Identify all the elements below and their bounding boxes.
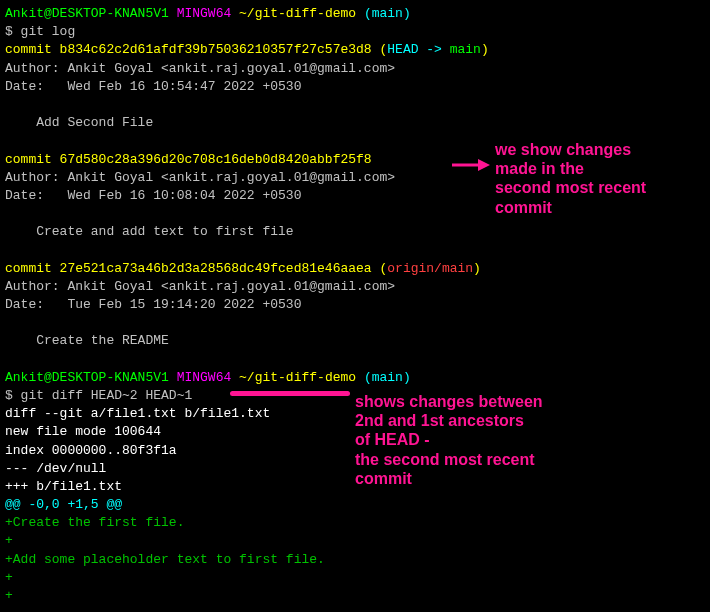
diff-add: + [5, 587, 705, 605]
command-line: $ git log [5, 23, 705, 41]
mingw-label: MINGW64 [177, 6, 232, 21]
annotation-text: we show changes made in the second most … [495, 140, 646, 217]
commit-msg: Create and add text to first file [5, 223, 705, 241]
terminal-output[interactable]: Ankit@DESKTOP-KNAN5V1 MINGW64 ~/git-diff… [5, 5, 705, 612]
diff-add: +Add some placeholder text to first file… [5, 551, 705, 569]
commit-hash: 27e521ca73a46b2d3a28568dc49fced81e46aaea [60, 261, 372, 276]
date-line: Date: Tue Feb 15 19:14:20 2022 +0530 [5, 296, 705, 314]
underline-mark [230, 391, 350, 396]
user-host: Ankit@DESKTOP-KNAN5V1 [5, 6, 169, 21]
svg-marker-1 [478, 159, 490, 171]
branch-name: main [450, 42, 481, 57]
cwd-path: ~/git-diff-demo [239, 370, 356, 385]
arrow-icon [450, 155, 490, 184]
commit-hash: b834c62c2d61afdf39b75036210357f27c57e3d8 [60, 42, 372, 57]
diff-hunk: @@ -0,0 +1,5 @@ [5, 496, 705, 514]
mingw-label: MINGW64 [177, 370, 232, 385]
diff-add: + [5, 569, 705, 587]
remote-branch: origin/main [387, 261, 473, 276]
author-line: Author: Ankit Goyal <ankit.raj.goyal.01@… [5, 278, 705, 296]
prompt-line: Ankit@DESKTOP-KNAN5V1 MINGW64 ~/git-diff… [5, 369, 705, 387]
cwd-path: ~/git-diff-demo [239, 6, 356, 21]
author-line: Author: Ankit Goyal <ankit.raj.goyal.01@… [5, 60, 705, 78]
commit-msg: Add Second File [5, 114, 705, 132]
diff-add: + [5, 532, 705, 550]
annotation-text: shows changes between 2nd and 1st ancest… [355, 392, 543, 488]
commit-line: commit 27e521ca73a46b2d3a28568dc49fced81… [5, 260, 705, 278]
date-line: Date: Wed Feb 16 10:54:47 2022 +0530 [5, 78, 705, 96]
branch-label: (main) [364, 370, 411, 385]
commit-msg: Create the README [5, 332, 705, 350]
head-label: HEAD -> [387, 42, 449, 57]
branch-label: (main) [364, 6, 411, 21]
prompt-line: Ankit@DESKTOP-KNAN5V1 MINGW64 ~/git-diff… [5, 5, 705, 23]
commit-hash: 67d580c28a396d20c708c16deb0d8420abbf25f8 [60, 152, 372, 167]
commit-line: commit b834c62c2d61afdf39b75036210357f27… [5, 41, 705, 59]
diff-add: +Create the first file. [5, 514, 705, 532]
user-host: Ankit@DESKTOP-KNAN5V1 [5, 370, 169, 385]
